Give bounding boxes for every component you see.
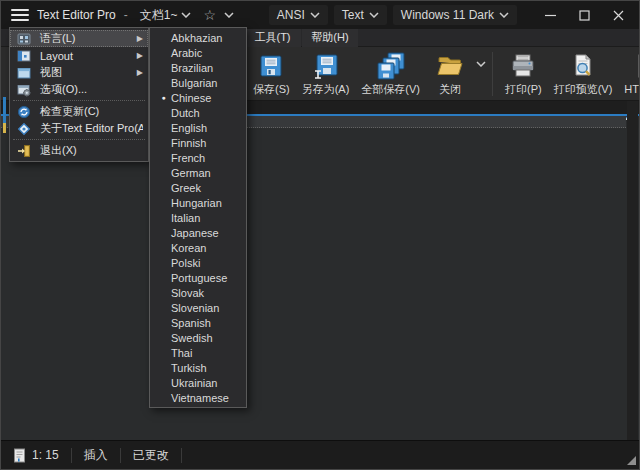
print-icon (510, 51, 536, 81)
menu-item-language[interactable]: 语言(L) ▶ (10, 30, 148, 47)
tab-tools[interactable]: 工具(T) (244, 29, 301, 47)
tab-help[interactable]: 帮助(H) (302, 29, 358, 47)
language-option[interactable]: Bulgarian (150, 75, 246, 90)
language-option[interactable]: Slovenian (150, 300, 246, 315)
language-option-label: Brazilian (171, 62, 213, 74)
save-as-button[interactable]: 另存为(A) (296, 47, 356, 101)
theme-dropdown[interactable]: Windows 11 Dark (393, 5, 517, 25)
close-dropdown-chevron-icon[interactable] (476, 61, 486, 67)
check-updates-icon (15, 105, 33, 119)
language-option-label: Japanese (171, 227, 219, 239)
language-option[interactable]: Swedish (150, 330, 246, 345)
save-as-label: 另存为(A) (302, 82, 350, 97)
app-window: Text Editor Pro - 文档1~ ☆ ANSI Text Windo… (0, 0, 640, 470)
editor-area[interactable] (1, 128, 639, 440)
submenu-arrow-icon: ▶ (137, 34, 143, 43)
hamburger-menu-icon[interactable] (11, 9, 29, 21)
favorites-chevron-down-icon[interactable] (224, 12, 234, 18)
menu-item-view[interactable]: 视图 ▶ (10, 64, 148, 81)
menu-item-label: 关于Text Editor Pro(A) (33, 121, 143, 136)
menu-item-exit[interactable]: 退出(X) (10, 142, 148, 159)
menu-item-label: 语言(L) (33, 31, 137, 46)
layout-icon (15, 49, 33, 63)
language-option[interactable]: Brazilian (150, 60, 246, 75)
menu-item-check-updates[interactable]: 检查更新(C) (10, 103, 148, 120)
document-switcher[interactable]: 文档1~ (136, 5, 196, 26)
language-option[interactable]: German (150, 165, 246, 180)
close-button[interactable] (601, 2, 635, 28)
language-option[interactable]: Korean (150, 240, 246, 255)
language-option[interactable]: Arabic (150, 45, 246, 60)
caret-position-icon (13, 448, 26, 463)
language-option[interactable]: English (150, 120, 246, 135)
language-option-label: Greek (171, 182, 201, 194)
gutter-marker-modified (3, 123, 6, 133)
gutter-marker-saved (3, 97, 6, 123)
language-option-label: Turkish (171, 362, 207, 374)
selected-radio-icon (156, 90, 171, 105)
language-option-label: Swedish (171, 332, 213, 344)
menu-item-layout[interactable]: Layout ▶ (10, 47, 148, 64)
language-option[interactable]: Spanish (150, 315, 246, 330)
save-as-icon (312, 51, 340, 81)
encoding-value: ANSI (277, 8, 305, 22)
language-option[interactable]: Italian (150, 210, 246, 225)
language-option[interactable]: Portuguese (150, 270, 246, 285)
language-option[interactable]: Dutch (150, 105, 246, 120)
document-name: 文档1~ (140, 7, 178, 24)
modified-status-value: 已更改 (133, 447, 169, 464)
language-option[interactable]: Hungarian (150, 195, 246, 210)
title-separator: - (124, 8, 128, 22)
language-option[interactable]: Polski (150, 255, 246, 270)
save-all-icon (376, 51, 406, 81)
chevron-down-icon (499, 12, 509, 18)
save-button[interactable]: 保存(S) (247, 47, 296, 101)
menu-item-label: 选项(O)... (33, 82, 143, 97)
language-option-label: Korean (171, 242, 206, 254)
language-option[interactable]: Ukrainian (150, 375, 246, 390)
language-option-label: Abkhazian (171, 32, 222, 44)
language-option[interactable]: Finnish (150, 135, 246, 150)
language-option-label: Bulgarian (171, 77, 217, 89)
language-option[interactable]: Japanese (150, 225, 246, 240)
minimize-button[interactable] (533, 2, 567, 28)
print-label: 打印(P) (505, 82, 542, 97)
statusbar: 1: 15 插入 已更改 (1, 440, 639, 469)
language-submenu-popup: Abkhazian Arabic Brazilian Bulgarian Chi… (149, 27, 247, 408)
menu-item-options[interactable]: 选项(O)... (10, 81, 148, 98)
menu-item-about[interactable]: 关于Text Editor Pro(A) (10, 120, 148, 137)
resize-grip[interactable] (627, 456, 636, 465)
language-option-label: Portuguese (171, 272, 227, 284)
maximize-button[interactable] (567, 2, 601, 28)
language-option[interactable]: Abkhazian (150, 30, 246, 45)
insert-mode-item[interactable]: 插入 (72, 447, 120, 464)
language-option[interactable]: Chinese (150, 90, 246, 105)
language-option-label: Thai (171, 347, 192, 359)
menu-item-label: Layout (33, 50, 137, 62)
print-button[interactable]: 打印(P) (499, 47, 548, 101)
vertical-scrollbar[interactable] (627, 101, 638, 440)
language-option-label: German (171, 167, 211, 179)
favorite-star-icon[interactable]: ☆ (203, 8, 216, 22)
language-option-label: Slovak (171, 287, 204, 299)
language-option[interactable]: Vietnamese (150, 390, 246, 405)
language-option-label: Italian (171, 212, 200, 224)
print-preview-button[interactable]: 打印预览(V) (548, 47, 619, 101)
syntax-dropdown[interactable]: Text (334, 5, 387, 25)
close-file-button[interactable]: 关闭 (426, 47, 474, 97)
save-all-label: 全部保存(V) (361, 82, 420, 97)
language-option-label: Chinese (171, 92, 211, 104)
close-folder-icon (436, 51, 464, 81)
close-file-label: 关闭 (439, 82, 461, 97)
language-option[interactable]: Thai (150, 345, 246, 360)
language-option[interactable]: Slovak (150, 285, 246, 300)
html-export-button[interactable]: HTML HTML 导 (618, 47, 640, 101)
language-option[interactable]: French (150, 150, 246, 165)
html-export-label: HTML 导 (624, 82, 640, 97)
modified-status-item: 已更改 (121, 447, 181, 464)
language-option[interactable]: Turkish (150, 360, 246, 375)
print-preview-icon (570, 51, 596, 81)
language-option[interactable]: Greek (150, 180, 246, 195)
save-all-button[interactable]: 全部保存(V) (355, 47, 426, 101)
encoding-dropdown[interactable]: ANSI (269, 5, 328, 25)
